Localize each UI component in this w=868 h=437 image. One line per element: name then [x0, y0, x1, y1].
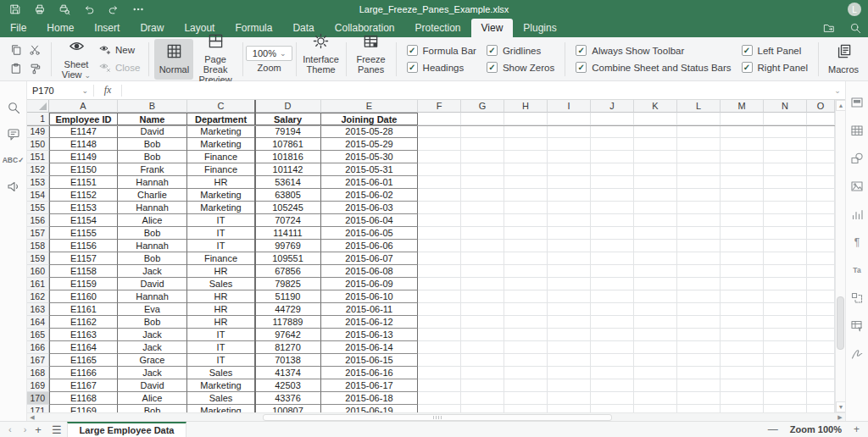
- cell-e156[interactable]: 2015-06-04: [321, 214, 418, 227]
- cell-n156[interactable]: [764, 214, 807, 227]
- cell-o156[interactable]: [807, 214, 835, 227]
- cell-i169[interactable]: [548, 379, 591, 392]
- column-header-i[interactable]: I: [548, 100, 591, 113]
- cell-m153[interactable]: [721, 176, 764, 189]
- checkbox-icon[interactable]: ✓: [576, 45, 587, 56]
- cell-o165[interactable]: [807, 329, 835, 341]
- cell-b159[interactable]: Bob: [118, 252, 187, 265]
- cell-g160[interactable]: [461, 265, 504, 278]
- cell-m159[interactable]: [721, 252, 764, 265]
- cell-a160[interactable]: E1158: [49, 265, 118, 278]
- cell-g171[interactable]: [461, 405, 504, 412]
- cell-j159[interactable]: [591, 252, 634, 265]
- cell-m166[interactable]: [721, 341, 764, 354]
- print-icon[interactable]: [33, 3, 46, 16]
- cell-n160[interactable]: [764, 265, 807, 278]
- row-header-163[interactable]: 163: [27, 303, 49, 316]
- cell-a169[interactable]: E1167: [49, 379, 118, 392]
- cell-h159[interactable]: [504, 252, 548, 265]
- cell-h166[interactable]: [504, 341, 548, 354]
- cell-d162[interactable]: 51190: [255, 290, 321, 303]
- column-header-j[interactable]: J: [591, 100, 634, 113]
- cell-g152[interactable]: [461, 163, 504, 176]
- cell-d160[interactable]: 67856: [255, 265, 321, 278]
- cell-k1[interactable]: [634, 113, 677, 125]
- cell-m170[interactable]: [721, 392, 764, 405]
- macros-button[interactable]: Macros: [824, 39, 863, 80]
- cell-d168[interactable]: 41374: [255, 367, 321, 379]
- cell-c159[interactable]: Finance: [187, 252, 255, 265]
- checkbox-headings[interactable]: ✓Headings: [407, 62, 476, 73]
- cell-i162[interactable]: [548, 290, 591, 303]
- table-icon[interactable]: [850, 123, 865, 137]
- cell-f150[interactable]: [418, 138, 461, 151]
- cell-c152[interactable]: Finance: [187, 163, 255, 176]
- cell-m151[interactable]: [721, 151, 764, 163]
- cell-o1[interactable]: [807, 113, 835, 125]
- cell-k159[interactable]: [634, 252, 677, 265]
- cell-b158[interactable]: Hannah: [118, 240, 187, 252]
- cell-k165[interactable]: [634, 329, 677, 341]
- cell-b166[interactable]: Jack: [118, 341, 187, 354]
- cell-e152[interactable]: 2015-05-31: [321, 163, 418, 176]
- cell-l152[interactable]: [677, 163, 721, 176]
- tab-draw[interactable]: Draw: [130, 19, 174, 37]
- cell-o155[interactable]: [807, 202, 835, 214]
- cell-h167[interactable]: [504, 354, 548, 367]
- cell-a159[interactable]: E1157: [49, 252, 118, 265]
- cell-n165[interactable]: [764, 329, 807, 341]
- cell-k163[interactable]: [634, 303, 677, 316]
- cell-e165[interactable]: 2015-06-13: [321, 329, 418, 341]
- close-sheet-view-button[interactable]: Close: [99, 61, 140, 75]
- cell-m165[interactable]: [721, 329, 764, 341]
- tab-formula[interactable]: Formula: [225, 19, 282, 37]
- cell-d161[interactable]: 79825: [255, 278, 321, 290]
- cell-c167[interactable]: IT: [187, 354, 255, 367]
- cell-c162[interactable]: HR: [187, 290, 255, 303]
- file-preview-icon[interactable]: [850, 95, 865, 109]
- cell-k154[interactable]: [634, 189, 677, 202]
- cell-e171[interactable]: 2015-06-19: [321, 405, 418, 412]
- cell-e167[interactable]: 2015-06-15: [321, 354, 418, 367]
- page-break-preview-button[interactable]: Page Break Preview: [193, 39, 236, 80]
- cell-e154[interactable]: 2015-06-02: [321, 189, 418, 202]
- cell-m155[interactable]: [721, 202, 764, 214]
- checkbox-right-panel[interactable]: ✓Right Panel: [742, 62, 808, 73]
- cell-l170[interactable]: [677, 392, 721, 405]
- cell-h153[interactable]: [504, 176, 548, 189]
- cell-l150[interactable]: [677, 138, 721, 151]
- row-header-1[interactable]: 1: [27, 113, 49, 125]
- cell-d159[interactable]: 109551: [255, 252, 321, 265]
- cell-f167[interactable]: [418, 354, 461, 367]
- cell-g165[interactable]: [461, 329, 504, 341]
- cell-f158[interactable]: [418, 240, 461, 252]
- cell-o150[interactable]: [807, 138, 835, 151]
- cell-e149[interactable]: 2015-05-28: [321, 125, 418, 138]
- cell-a168[interactable]: E1166: [49, 367, 118, 379]
- formula-input[interactable]: [122, 81, 830, 99]
- cell-b152[interactable]: Frank: [118, 163, 187, 176]
- cell-k157[interactable]: [634, 227, 677, 240]
- cell-n149[interactable]: [764, 125, 807, 138]
- chart-icon[interactable]: [850, 207, 865, 221]
- cell-e1[interactable]: Joining Date: [321, 113, 418, 125]
- cell-h171[interactable]: [504, 405, 548, 412]
- cell-d166[interactable]: 81270: [255, 341, 321, 354]
- cell-c169[interactable]: Marketing: [187, 379, 255, 392]
- cell-o168[interactable]: [807, 367, 835, 379]
- comment-icon[interactable]: [6, 126, 20, 141]
- cell-d152[interactable]: 101142: [255, 163, 321, 176]
- cell-h154[interactable]: [504, 189, 548, 202]
- cell-d151[interactable]: 101816: [255, 151, 321, 163]
- cell-i150[interactable]: [548, 138, 591, 151]
- row-header-153[interactable]: 153: [27, 176, 49, 189]
- cell-g163[interactable]: [461, 303, 504, 316]
- row-header-154[interactable]: 154: [27, 189, 49, 202]
- cell-i156[interactable]: [548, 214, 591, 227]
- row-header-152[interactable]: 152: [27, 163, 49, 176]
- cell-m1[interactable]: [721, 113, 764, 125]
- cell-o159[interactable]: [807, 252, 835, 265]
- cell-c153[interactable]: HR: [187, 176, 255, 189]
- cell-b156[interactable]: Alice: [118, 214, 187, 227]
- cell-b169[interactable]: David: [118, 379, 187, 392]
